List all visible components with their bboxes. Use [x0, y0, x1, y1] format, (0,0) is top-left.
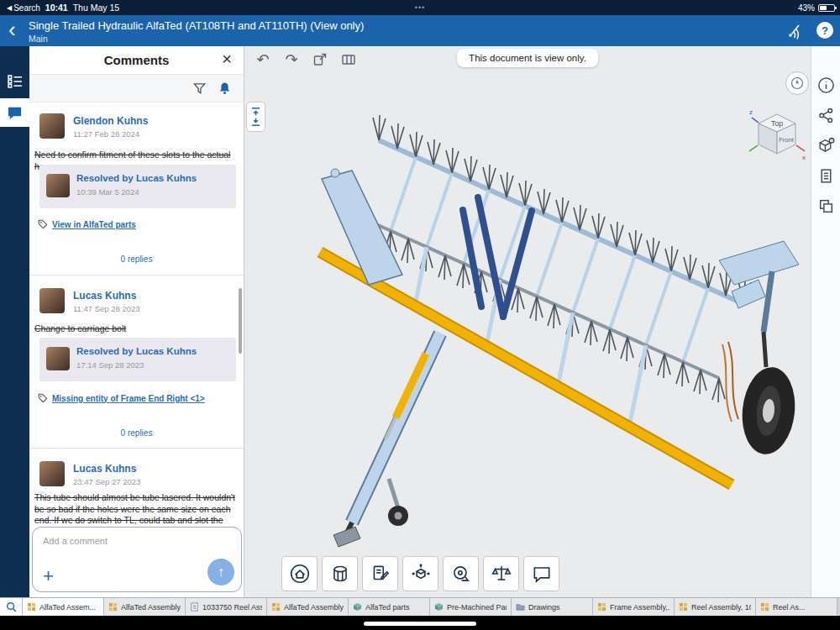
info-icon — [817, 76, 835, 94]
help-button[interactable]: ? — [816, 22, 833, 39]
cube-question-icon: ? — [817, 137, 835, 155]
folder-icon — [516, 602, 525, 612]
part-studio-icon — [353, 602, 362, 612]
document-list-icon — [817, 167, 835, 185]
search-icon — [6, 601, 17, 612]
tab-1033750-reel[interactable]: 1033750 Reel Ass... — [186, 598, 267, 616]
status-bar: ◀ Search 10:41 Thu May 15 ••• 43% — [0, 0, 840, 15]
exploded-view-icon — [410, 563, 432, 585]
home-indicator[interactable] — [364, 622, 476, 626]
info-button[interactable] — [817, 76, 835, 94]
comment-author: Glendon Kuhns — [73, 115, 148, 127]
home-view-icon — [289, 563, 311, 585]
comment-button[interactable] — [523, 556, 559, 591]
comment-timestamp: 11:27 Feb 28 2024 — [73, 129, 139, 139]
scale-icon — [491, 563, 512, 585]
resolved-by: Resolved by Lucas Kuhns — [76, 173, 197, 183]
add-comment-box[interactable]: Add a comment + ↑ — [32, 527, 242, 592]
left-toolbar — [0, 46, 29, 597]
tab-drawings[interactable]: Drawings — [512, 598, 593, 616]
tab-alfated-assembly-2[interactable]: AlfaTed Assembly... — [104, 598, 186, 616]
comment-body: Change to carriage bolt — [34, 323, 239, 335]
comments-panel: Comments × Glendon Kuhns 11:27 Feb 28 20… — [29, 46, 244, 597]
send-arrow-icon: ↑ — [218, 564, 224, 580]
resolved-by: Resolved by Lucas Kuhns — [76, 346, 197, 356]
comment-tag[interactable]: Missing entity of Frame End Right <1> — [38, 393, 205, 403]
clipboard-pencil-icon — [370, 563, 391, 585]
view-cube[interactable]: Top Front x z — [747, 103, 807, 164]
cad-model-tedder[interactable] — [244, 46, 811, 597]
comments-scrollbar[interactable] — [239, 288, 242, 354]
tag-icon — [38, 393, 48, 403]
comment-author: Lucas Kuhns — [73, 463, 136, 475]
cylinder-icon — [329, 563, 351, 585]
date: Thu May 15 — [73, 3, 119, 13]
comment-tag[interactable]: View in AlfaTed parts — [38, 219, 136, 229]
follow-mode-button[interactable] — [785, 21, 805, 45]
assembly-icon — [27, 602, 36, 612]
home-view-button[interactable] — [281, 556, 318, 591]
notifications-button[interactable] — [218, 81, 232, 99]
copy-icon — [817, 197, 835, 215]
mass-properties-button[interactable] — [483, 556, 519, 591]
3d-canvas[interactable]: ↶ ↷ This document is view only. — [244, 46, 811, 597]
measure-button[interactable] — [443, 556, 479, 591]
resolved-timestamp: 17:14 Sep 28 2023 — [76, 360, 144, 370]
filter-funnel-icon — [192, 81, 207, 96]
back-to-app-button[interactable]: ◀ Search — [7, 3, 40, 13]
comment-bubble-icon — [7, 105, 23, 121]
replies-link[interactable]: 0 replies — [29, 428, 244, 438]
avatar — [39, 113, 65, 139]
help-icon: ? — [822, 24, 828, 37]
replies-link[interactable]: 0 replies — [29, 255, 244, 264]
axis-z-label: z — [749, 108, 753, 116]
resolved-banner: Resolved by Lucas Kuhns 10:39 Mar 5 2024 — [39, 165, 236, 208]
bom-list-button[interactable] — [817, 167, 835, 185]
resolved-banner: Resolved by Lucas Kuhns 17:14 Sep 28 202… — [39, 338, 236, 381]
copy-workspace-button[interactable] — [817, 197, 835, 215]
section-roll-button[interactable] — [322, 556, 358, 591]
tag-icon — [38, 219, 48, 229]
assembly-icon — [760, 602, 769, 612]
comment-bubble-icon — [531, 563, 553, 585]
close-comments-button[interactable]: × — [222, 50, 232, 69]
drawing-edit-button[interactable] — [362, 556, 398, 591]
comments-button[interactable] — [0, 98, 29, 127]
document-title: Single Trailed Hydraulic AlfaTed (AT108T… — [29, 19, 364, 32]
attach-button[interactable]: + — [43, 565, 54, 587]
assembly-icon — [271, 602, 281, 612]
tab-reel-as[interactable]: Reel As... — [756, 598, 837, 616]
canvas-bottom-toolbar — [281, 556, 559, 591]
comment-timestamp: 23:47 Sep 27 2023 — [73, 477, 140, 486]
tab-reel-assembly-10[interactable]: Reel Assembly, 10'... — [675, 598, 756, 616]
view-cube-front-label[interactable]: Front — [779, 136, 794, 144]
orientation-reset-button[interactable] — [785, 71, 809, 95]
back-to-app-label: Search — [13, 3, 40, 13]
divider — [29, 275, 244, 276]
feature-list-button[interactable] — [0, 68, 29, 95]
tab-alfated-assem[interactable]: AlfaTed Assem... — [23, 598, 104, 616]
document-header: ‹ Single Trailed Hydraulic AlfaTed (AT10… — [0, 15, 840, 46]
comments-title: Comments — [29, 53, 244, 67]
share-button[interactable] — [817, 107, 835, 124]
svg-text:?: ? — [831, 139, 833, 143]
parts-help-button[interactable]: ? — [817, 137, 835, 155]
tab-alfated-parts[interactable]: AlfaTed parts — [349, 598, 430, 616]
tab-pre-machined-parts[interactable]: Pre-Machined Parts — [430, 598, 512, 616]
tag-link[interactable]: View in AlfaTed parts — [52, 220, 136, 229]
tag-link[interactable]: Missing entity of Frame End Right <1> — [52, 394, 205, 403]
send-comment-button[interactable]: ↑ — [207, 559, 234, 585]
tab-alfated-assembly[interactable]: AlfaTed Assembly — [267, 598, 349, 616]
app-screen: ◀ Search 10:41 Thu May 15 ••• 43% ‹ Sing… — [0, 0, 840, 630]
filter-button[interactable] — [192, 81, 207, 99]
back-button[interactable]: ‹ — [8, 17, 16, 43]
resolved-timestamp: 10:39 Mar 5 2024 — [76, 187, 139, 197]
compass-icon — [790, 76, 804, 90]
part-studio-icon — [434, 602, 444, 612]
axis-x-label: x — [802, 154, 806, 161]
view-cube-top-label[interactable]: Top — [771, 119, 784, 128]
comment-timestamp: 11:47 Sep 28 2023 — [73, 304, 140, 313]
tab-frame-assembly[interactable]: Frame Assembly,... — [593, 598, 675, 616]
exploded-view-button[interactable] — [402, 556, 438, 591]
search-tabs-button[interactable] — [0, 598, 23, 616]
